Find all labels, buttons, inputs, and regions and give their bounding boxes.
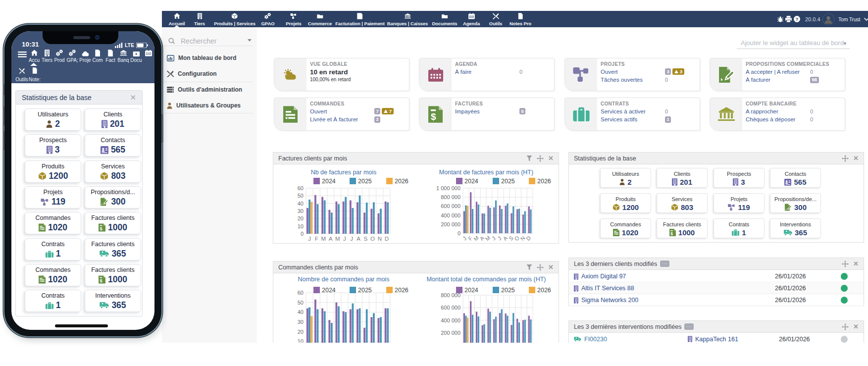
svg-text:40: 40 bbox=[298, 201, 304, 207]
svg-text:50: 50 bbox=[298, 193, 304, 199]
svg-text:60: 60 bbox=[298, 185, 304, 191]
svg-text:$: $ bbox=[358, 14, 360, 19]
svg-text:M: M bbox=[335, 236, 340, 242]
svg-text:$: $ bbox=[431, 111, 436, 122]
svg-text:0: 0 bbox=[458, 230, 460, 236]
svg-text:2026: 2026 bbox=[537, 178, 551, 185]
svg-text:800 000: 800 000 bbox=[441, 194, 460, 200]
svg-text:20: 20 bbox=[298, 215, 304, 221]
svg-text:F: F bbox=[315, 236, 318, 242]
svg-text:J: J bbox=[308, 236, 311, 242]
svg-text:Montant total de commandes par: Montant total de commandes par mois (HT) bbox=[426, 276, 546, 283]
svg-text:J: J bbox=[461, 235, 467, 241]
svg-text:$: $ bbox=[100, 278, 102, 283]
svg-text:2024: 2024 bbox=[322, 178, 336, 185]
svg-text:30: 30 bbox=[298, 208, 304, 214]
svg-text:2024: 2024 bbox=[464, 287, 478, 294]
svg-text:10: 10 bbox=[298, 338, 304, 343]
svg-text:30: 30 bbox=[298, 319, 304, 325]
svg-text:2025: 2025 bbox=[358, 178, 372, 185]
svg-text:2024: 2024 bbox=[322, 287, 336, 294]
svg-text:2026: 2026 bbox=[395, 178, 408, 185]
svg-text:2025: 2025 bbox=[358, 287, 372, 294]
svg-text:40: 40 bbox=[298, 309, 304, 315]
svg-text:2025: 2025 bbox=[501, 178, 515, 185]
svg-text:?: ? bbox=[796, 16, 799, 22]
svg-text:2025: 2025 bbox=[501, 287, 515, 294]
svg-text:20: 20 bbox=[298, 329, 304, 335]
svg-text:J: J bbox=[350, 236, 353, 242]
svg-text:2024: 2024 bbox=[464, 178, 478, 185]
svg-text:0: 0 bbox=[458, 342, 460, 343]
svg-text:M: M bbox=[321, 236, 326, 242]
svg-text:50: 50 bbox=[298, 300, 304, 306]
svg-text:A: A bbox=[357, 236, 360, 242]
svg-text:Montant de factures par mois (: Montant de factures par mois (HT) bbox=[439, 169, 533, 176]
svg-text:400 000: 400 000 bbox=[441, 317, 460, 323]
svg-text:J: J bbox=[343, 236, 346, 242]
svg-text:600 000: 600 000 bbox=[441, 203, 460, 209]
svg-text:400 000: 400 000 bbox=[441, 212, 460, 218]
svg-text:60: 60 bbox=[298, 290, 304, 296]
svg-text:J: J bbox=[496, 235, 502, 241]
svg-text:M: M bbox=[484, 235, 492, 242]
svg-text:Nb de factures par mois: Nb de factures par mois bbox=[311, 169, 377, 176]
svg-text:D: D bbox=[525, 235, 532, 242]
svg-text:1 000 000: 1 000 000 bbox=[436, 185, 460, 191]
svg-text:600 000: 600 000 bbox=[441, 305, 460, 311]
svg-text:O: O bbox=[370, 236, 375, 242]
svg-text:A: A bbox=[329, 236, 333, 242]
svg-text:D: D bbox=[385, 236, 389, 242]
svg-text:200 000: 200 000 bbox=[441, 221, 460, 227]
svg-text:S: S bbox=[364, 236, 368, 242]
svg-text:$: $ bbox=[100, 226, 102, 231]
svg-text:$: $ bbox=[670, 231, 673, 236]
svg-text:0: 0 bbox=[301, 231, 304, 237]
svg-text:10: 10 bbox=[298, 223, 304, 229]
svg-text:200 000: 200 000 bbox=[441, 330, 460, 336]
svg-text:2026: 2026 bbox=[537, 287, 551, 294]
svg-text:2026: 2026 bbox=[395, 287, 408, 294]
svg-text:N: N bbox=[378, 236, 382, 242]
svg-text:J: J bbox=[491, 235, 497, 241]
svg-text:Nombre de commandes par mois: Nombre de commandes par mois bbox=[298, 276, 390, 283]
